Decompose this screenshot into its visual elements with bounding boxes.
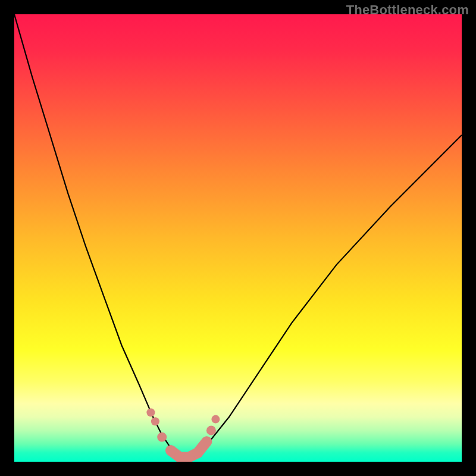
chart-svg <box>14 14 462 462</box>
marker-dot <box>146 408 155 416</box>
plot-area <box>14 14 462 462</box>
marker-dot <box>206 425 216 435</box>
chart-frame: TheBottleneck.com <box>0 0 476 476</box>
bottleneck-curve-line <box>14 14 462 458</box>
marker-dots <box>146 408 220 462</box>
marker-dot <box>165 445 176 456</box>
curve-marker-group <box>146 408 220 462</box>
marker-dot <box>202 437 211 446</box>
marker-dot <box>157 433 167 442</box>
marker-dot <box>151 417 159 425</box>
marker-dot <box>211 415 220 424</box>
marker-dot <box>192 447 203 458</box>
